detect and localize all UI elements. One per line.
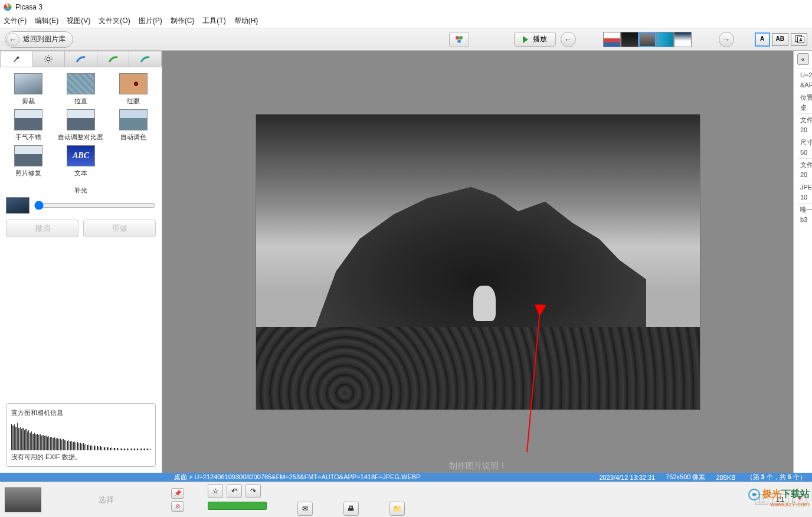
back-arrow-icon: ←: [6, 33, 19, 46]
menu-picture[interactable]: 图片(P): [139, 16, 162, 26]
menu-bar: 文件(F) 编辑(E) 视图(V) 文件夹(O) 图片(P) 制作(C) 工具(…: [0, 14, 812, 28]
exif-text: 没有可用的 EXIF 数据。: [11, 453, 150, 462]
svg-line-11: [45, 61, 47, 63]
thumb-3[interactable]: [639, 32, 656, 47]
properties-list: U=2&AF 位置桌 文件20 尺寸50 文件20 JPE10 唯一b3: [798, 68, 812, 225]
thumb-1[interactable]: [603, 32, 621, 47]
svg-point-4: [47, 57, 50, 61]
caption-input[interactable]: 制作图片说明！: [449, 461, 507, 472]
prev-image-button[interactable]: ←: [561, 32, 576, 47]
menu-help[interactable]: 帮助(H): [234, 16, 258, 26]
play-slideshow-button[interactable]: 播放: [514, 32, 556, 47]
straighten-label: 拉直: [74, 97, 87, 106]
print-button[interactable]: 🖶: [343, 502, 359, 516]
thumb-4[interactable]: [656, 32, 674, 47]
geotag-button[interactable]: 📍: [792, 494, 807, 505]
histogram-chart: [11, 421, 150, 450]
menu-view[interactable]: 视图(V): [67, 16, 90, 26]
fill-light-row: [0, 195, 162, 216]
displayed-photo[interactable]: [256, 114, 700, 410]
autocolor-label: 自动调色: [120, 133, 146, 142]
retouch-label: 照片修复: [15, 169, 41, 178]
rotate-right-button[interactable]: ↷: [245, 484, 261, 498]
fit-button[interactable]: ⬚: [755, 494, 768, 505]
redeye-thumb: [119, 73, 148, 94]
tool-crop[interactable]: 剪裁: [4, 73, 54, 106]
view-overlay-button[interactable]: [791, 33, 807, 46]
prop-location: 位置桌: [798, 91, 812, 113]
export-button[interactable]: 📁: [389, 502, 405, 516]
tab-effects-2[interactable]: [97, 51, 130, 67]
menu-file[interactable]: 文件(F): [4, 16, 27, 26]
tool-redeye[interactable]: 红眼: [108, 73, 158, 106]
tab-effects-3[interactable]: [129, 51, 162, 67]
svg-point-2: [459, 36, 463, 40]
tray-thumb-1[interactable]: [5, 487, 41, 512]
tool-text[interactable]: ABC文本: [56, 145, 106, 178]
next-image-button[interactable]: →: [719, 32, 734, 47]
undo-redo-row: 撤消 重做: [0, 216, 162, 241]
text-label: 文本: [74, 169, 87, 178]
tool-autocolor[interactable]: 自动调色: [108, 109, 158, 142]
retouch-thumb: [14, 145, 42, 166]
image-viewer: 制作图片说明！: [162, 51, 793, 473]
tool-contrast[interactable]: 自动调整对比度: [56, 109, 106, 142]
prop-filedate: 文件20: [798, 113, 812, 136]
pin-hold-button[interactable]: 📌: [171, 488, 184, 499]
email-button[interactable]: ✉: [297, 502, 313, 516]
status-dimensions: 752x500 像素: [666, 473, 705, 482]
left-edit-panel: 剪裁 拉直 红眼 手气不错 自动调整对比度 自动调色 照片修复 ABC文本 补光…: [0, 51, 162, 473]
play-icon: [523, 36, 528, 43]
photo-ground: [256, 327, 700, 410]
tray-actions: ☆ ↶ ↷: [208, 484, 405, 498]
tab-tuning[interactable]: [33, 51, 66, 67]
rotate-left-button[interactable]: ↶: [227, 484, 242, 498]
contrast-thumb: [67, 109, 95, 130]
view-mode-buttons: A AB: [755, 33, 807, 46]
fill-light-label: 补光: [0, 186, 162, 195]
thumb-5[interactable]: [674, 32, 692, 47]
fill-light-slider[interactable]: [34, 201, 156, 210]
tab-effects-1[interactable]: [65, 51, 97, 67]
tool-retouch[interactable]: 照片修复: [4, 145, 54, 178]
pin-buttons: 📌 ⊘: [171, 488, 184, 512]
tab-basic[interactable]: [0, 51, 33, 67]
zoom-controls: ⬚ 1:1 📍: [755, 494, 807, 505]
status-filesize: 205KB: [716, 474, 735, 481]
svg-line-10: [51, 61, 52, 63]
basic-tools-grid: 剪裁 拉直 红眼 手气不错 自动调整对比度 自动调色 照片修复 ABC文本: [0, 67, 162, 184]
lucky-thumb: [14, 109, 42, 130]
tool-straighten[interactable]: 拉直: [56, 73, 106, 106]
fill-preview-thumb: [6, 197, 30, 214]
undo-button[interactable]: 撤消: [6, 220, 78, 237]
text-thumb: ABC: [67, 145, 95, 166]
contrast-label: 自动调整对比度: [58, 133, 103, 142]
color-picker-button[interactable]: [449, 32, 469, 47]
star-button[interactable]: ☆: [208, 484, 223, 498]
pin-clear-button[interactable]: ⊘: [171, 501, 184, 512]
menu-create[interactable]: 制作(C): [171, 16, 195, 26]
thumb-2[interactable]: [621, 32, 639, 47]
brush-green-icon: [108, 55, 119, 63]
collapse-properties-button[interactable]: «: [797, 53, 809, 65]
menu-edit[interactable]: 编辑(E): [35, 16, 58, 26]
svg-point-1: [456, 36, 459, 40]
photo-tray: 选择 📌 ⊘ ☆ ↶ ↷ ✉ 🖶 📁 ⬚ 1:1 📍: [0, 482, 812, 517]
menu-folder[interactable]: 文件夹(O): [99, 16, 130, 26]
svg-line-9: [45, 56, 47, 57]
svg-point-3: [457, 40, 461, 43]
redo-button[interactable]: 重做: [83, 220, 156, 237]
view-sidebyside-button[interactable]: AB: [772, 33, 788, 46]
actual-size-button[interactable]: 1:1: [772, 494, 788, 505]
histogram-title: 直方图和相机信息: [11, 408, 150, 417]
app-logo-icon: [4, 3, 12, 11]
brush-blue-icon: [76, 55, 86, 63]
share-button[interactable]: [208, 502, 267, 510]
tray-select-label: 选择: [47, 495, 165, 505]
menu-tools[interactable]: 工具(T): [202, 16, 225, 26]
edit-tabs: [0, 51, 162, 67]
prop-dimensions: 尺寸50: [798, 136, 812, 158]
tool-lucky[interactable]: 手气不错: [4, 109, 54, 142]
back-to-library-button[interactable]: ← 返回到图片库: [5, 31, 73, 48]
view-single-button[interactable]: A: [755, 33, 770, 46]
